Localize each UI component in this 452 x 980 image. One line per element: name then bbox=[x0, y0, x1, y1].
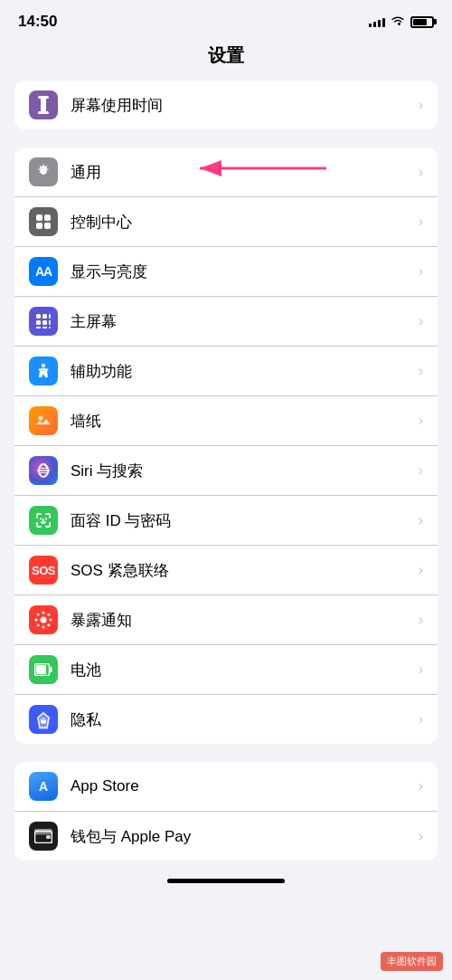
exposure-chevron: › bbox=[419, 612, 423, 628]
wifi-icon bbox=[391, 14, 405, 29]
svg-point-29 bbox=[47, 614, 50, 616]
svg-point-24 bbox=[42, 612, 45, 614]
signal-bars-icon bbox=[369, 16, 385, 27]
general-chevron: › bbox=[419, 164, 423, 180]
status-time: 14:50 bbox=[18, 13, 57, 31]
svg-point-19 bbox=[42, 364, 45, 367]
settings-item-battery[interactable]: 电池 › bbox=[14, 645, 438, 695]
settings-item-general[interactable]: 通用 › bbox=[14, 147, 438, 197]
sos-icon: SOS bbox=[29, 556, 58, 585]
siri-icon bbox=[29, 456, 58, 485]
svg-text:A: A bbox=[39, 779, 48, 794]
wallpaper-icon bbox=[29, 406, 58, 435]
svg-point-31 bbox=[47, 623, 50, 626]
battery-label: 电池 bbox=[71, 660, 419, 680]
svg-rect-15 bbox=[49, 320, 51, 325]
settings-item-app-store[interactable]: A App Store › bbox=[14, 762, 438, 812]
wallet-chevron: › bbox=[419, 828, 423, 844]
display-label: 显示与亮度 bbox=[71, 262, 419, 282]
svg-rect-34 bbox=[50, 667, 52, 672]
svg-rect-8 bbox=[36, 223, 42, 229]
settings-item-home-screen[interactable]: 主屏幕 › bbox=[14, 297, 438, 347]
settings-item-wallet[interactable]: 钱包与 Apple Pay › bbox=[14, 812, 438, 861]
svg-point-30 bbox=[37, 623, 40, 626]
sos-chevron: › bbox=[419, 562, 423, 578]
app-store-icon: A bbox=[29, 772, 58, 801]
privacy-icon bbox=[29, 705, 58, 734]
svg-rect-13 bbox=[36, 320, 41, 325]
privacy-chevron: › bbox=[419, 711, 423, 728]
svg-rect-6 bbox=[36, 214, 42, 221]
screen-time-chevron: › bbox=[419, 97, 423, 113]
settings-item-accessibility[interactable]: 辅助功能 › bbox=[14, 347, 438, 396]
accessibility-label: 辅助功能 bbox=[71, 361, 419, 382]
section-screen-time: 屏幕使用时间 › bbox=[14, 81, 438, 129]
svg-point-28 bbox=[37, 614, 40, 616]
section-general: 通用 › 控制中心 › AA 显示与亮度 bbox=[14, 147, 438, 744]
control-center-label: 控制中心 bbox=[71, 212, 419, 233]
display-icon: AA bbox=[29, 257, 58, 286]
settings-item-screen-time[interactable]: 屏幕使用时间 › bbox=[14, 81, 438, 129]
battery-icon bbox=[410, 16, 434, 28]
settings-item-display[interactable]: AA 显示与亮度 › bbox=[14, 247, 438, 297]
svg-rect-2 bbox=[38, 111, 49, 114]
svg-point-20 bbox=[39, 416, 43, 421]
home-indicator bbox=[167, 879, 285, 883]
svg-rect-12 bbox=[49, 314, 51, 319]
accessibility-chevron: › bbox=[419, 363, 423, 379]
privacy-label: 隐私 bbox=[71, 709, 419, 730]
app-store-chevron: › bbox=[419, 778, 423, 794]
svg-point-23 bbox=[41, 617, 47, 623]
svg-rect-17 bbox=[42, 327, 47, 328]
svg-rect-3 bbox=[42, 102, 44, 108]
svg-rect-18 bbox=[49, 327, 51, 328]
siri-chevron: › bbox=[419, 462, 423, 479]
section-apps: A App Store › 钱包与 Apple Pay › bbox=[14, 762, 438, 861]
faceid-chevron: › bbox=[419, 512, 423, 528]
svg-rect-9 bbox=[44, 223, 51, 229]
svg-rect-11 bbox=[42, 314, 47, 319]
faceid-label: 面容 ID 与密码 bbox=[71, 510, 419, 531]
svg-rect-14 bbox=[42, 320, 47, 325]
settings-item-sos[interactable]: SOS SOS 紧急联络 › bbox=[14, 546, 438, 595]
status-bar: 14:50 bbox=[0, 0, 452, 36]
wallet-icon bbox=[29, 822, 58, 851]
svg-point-25 bbox=[42, 626, 45, 629]
control-center-icon bbox=[29, 207, 58, 236]
svg-point-27 bbox=[50, 619, 52, 622]
home-screen-icon bbox=[29, 307, 58, 336]
siri-label: Siri 与搜索 bbox=[71, 461, 419, 481]
svg-rect-38 bbox=[46, 835, 51, 839]
page-title: 设置 bbox=[0, 36, 452, 81]
faceid-icon bbox=[29, 506, 58, 535]
general-label: 通用 bbox=[71, 162, 419, 183]
svg-point-26 bbox=[35, 619, 38, 622]
svg-rect-33 bbox=[36, 665, 46, 674]
app-store-label: App Store bbox=[71, 777, 419, 795]
control-center-chevron: › bbox=[419, 214, 423, 230]
wallet-label: 钱包与 Apple Pay bbox=[71, 826, 419, 847]
accessibility-icon bbox=[29, 357, 58, 385]
screen-time-icon bbox=[29, 90, 58, 119]
settings-item-control-center[interactable]: 控制中心 › bbox=[14, 197, 438, 247]
settings-item-exposure[interactable]: 暴露通知 › bbox=[14, 595, 438, 645]
screen-time-label: 屏幕使用时间 bbox=[71, 95, 419, 116]
general-icon bbox=[29, 157, 58, 186]
exposure-label: 暴露通知 bbox=[71, 610, 419, 631]
svg-rect-10 bbox=[36, 314, 41, 319]
battery-chevron: › bbox=[419, 661, 423, 678]
battery-settings-icon bbox=[29, 655, 58, 684]
exposure-icon bbox=[29, 605, 58, 634]
svg-rect-7 bbox=[44, 214, 51, 221]
settings-item-wallpaper[interactable]: 墙纸 › bbox=[14, 396, 438, 446]
svg-rect-16 bbox=[36, 327, 41, 328]
settings-item-siri[interactable]: Siri 与搜索 › bbox=[14, 446, 438, 496]
settings-item-faceid[interactable]: 面容 ID 与密码 › bbox=[14, 496, 438, 546]
wallpaper-label: 墙纸 bbox=[71, 411, 419, 432]
home-screen-label: 主屏幕 bbox=[71, 311, 419, 332]
watermark: 丰图软件园 bbox=[381, 952, 443, 971]
status-icons bbox=[369, 14, 434, 29]
display-chevron: › bbox=[419, 263, 423, 280]
sos-label: SOS 紧急联络 bbox=[71, 560, 419, 581]
settings-item-privacy[interactable]: 隐私 › bbox=[14, 695, 438, 744]
